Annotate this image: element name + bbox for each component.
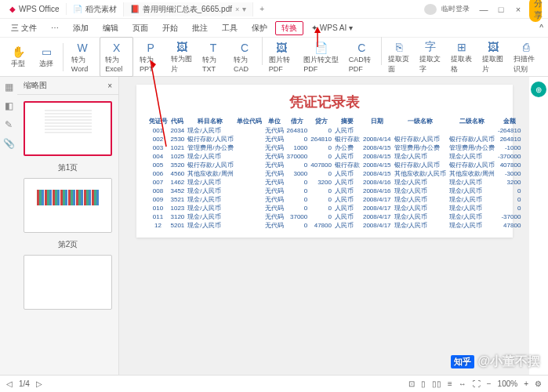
cell: 现金/人民币 bbox=[448, 221, 496, 230]
table-row: 0012034现金/人民币无代码2648100人民币-264810 bbox=[147, 126, 523, 135]
add-tab-button[interactable]: + bbox=[253, 3, 270, 15]
menu-collapse-icon[interactable]: ^ bbox=[539, 24, 543, 32]
col-header: 单位 bbox=[263, 116, 285, 126]
tool-提取表格[interactable]: ⊞提取表格 bbox=[448, 37, 476, 77]
menu-convert[interactable]: 转换 bbox=[275, 21, 303, 35]
tool-转为Excel[interactable]: X转为Excel bbox=[100, 37, 133, 77]
avatar[interactable] bbox=[424, 4, 437, 15]
menu-add[interactable]: 添加 bbox=[67, 21, 95, 35]
close-panel-icon[interactable]: × bbox=[107, 82, 112, 90]
tool-图片转文型PDF[interactable]: 📄图片转文型PDF bbox=[300, 37, 342, 77]
cell bbox=[235, 195, 263, 204]
tool-提取图片[interactable]: 🖼提取图片 bbox=[479, 37, 507, 77]
thumbnail-2[interactable] bbox=[24, 178, 112, 233]
cell: 0 bbox=[496, 204, 522, 212]
minimize-button[interactable]: — bbox=[477, 5, 490, 14]
cell: 0 bbox=[496, 187, 522, 195]
zoom-level[interactable]: 100% bbox=[498, 379, 518, 388]
tool-icon: X bbox=[110, 41, 124, 55]
edit-icon[interactable]: ✎ bbox=[5, 119, 13, 130]
tool-扫描件识别[interactable]: ⎙扫描件识别 bbox=[510, 37, 542, 77]
cell: 1023 bbox=[169, 204, 187, 212]
tab-1[interactable]: 📕 善用明细汇总表_6665.pdf × ▾ bbox=[124, 2, 254, 16]
cell: 现金/人民币 bbox=[186, 221, 234, 230]
tool-转为CAD[interactable]: C转为CAD bbox=[230, 37, 259, 77]
cell: 无代码 bbox=[263, 178, 285, 187]
tool-提取文字[interactable]: 字提取文字 bbox=[416, 37, 445, 77]
cell: 现金/人民币 bbox=[393, 152, 448, 161]
table-row: 0113120现金/人民币无代码370000人民币2008/4/17现金/人民币… bbox=[147, 212, 523, 221]
cell: 2008/4/16 bbox=[361, 187, 393, 195]
tool-icon: 🖼 bbox=[175, 40, 189, 54]
table-row: 0031021管理费用/办公费无代码10000办公费2008/4/15管理费用/… bbox=[147, 143, 523, 152]
user-name[interactable]: 临时登录 bbox=[441, 4, 473, 14]
cell bbox=[235, 135, 263, 143]
cell: 无代码 bbox=[263, 204, 285, 212]
page-indicator[interactable]: 1/4 bbox=[19, 379, 30, 388]
help-button[interactable]: ⊕ bbox=[531, 82, 546, 97]
cell: 47800 bbox=[496, 221, 522, 230]
cell: 010 bbox=[147, 204, 169, 212]
select-tool-button[interactable]: ▭选择 bbox=[34, 43, 58, 71]
tool-转为图片[interactable]: 🖼转为图片 bbox=[168, 37, 196, 77]
prev-page-icon[interactable]: ◁ bbox=[6, 379, 13, 388]
app-tab[interactable]: ◆ WPS Office bbox=[3, 3, 67, 15]
data-table: 凭证号代码科目名称单位代码单位借方贷方摘要日期一级名称二级名称金额 001203… bbox=[147, 116, 523, 230]
thumbnail-3[interactable] bbox=[24, 255, 112, 310]
view-continuous-icon[interactable]: ≡ bbox=[448, 379, 452, 388]
cell: -3000 bbox=[496, 169, 522, 178]
cell bbox=[393, 126, 448, 135]
maximize-button[interactable]: □ bbox=[495, 5, 507, 14]
tab-0[interactable]: 📄 稻壳素材 bbox=[67, 2, 124, 16]
settings-icon[interactable]: ⚙ bbox=[535, 379, 542, 388]
menu-more[interactable]: ⋯ bbox=[45, 22, 65, 34]
close-icon[interactable]: × bbox=[235, 5, 239, 13]
menu-file[interactable]: 三 文件 bbox=[5, 21, 43, 35]
fit-width-icon[interactable]: ↔ bbox=[459, 379, 466, 388]
hand-tool-button[interactable]: ✋手型 bbox=[6, 43, 30, 71]
cell: 3521 bbox=[169, 195, 187, 204]
next-page-icon[interactable]: ▷ bbox=[36, 379, 42, 388]
select-icon: ▭ bbox=[39, 45, 53, 59]
col-header: 一级名称 bbox=[393, 116, 448, 126]
menu-annotate[interactable]: 批注 bbox=[186, 21, 214, 35]
cell: 2530 bbox=[169, 135, 187, 143]
menu-start[interactable]: 开始 bbox=[156, 21, 184, 35]
menu-edit[interactable]: 编辑 bbox=[96, 21, 125, 35]
main-viewport[interactable]: 凭证记录表 凭证号代码科目名称单位代码单位借方贷方摘要日期一级名称二级名称金额 … bbox=[119, 77, 529, 375]
col-header: 借方 bbox=[285, 116, 310, 126]
menu-wps-ai[interactable]: ✦WPS AI▾ bbox=[305, 22, 359, 34]
thumbnail-icon[interactable]: ▦ bbox=[5, 82, 13, 93]
menu-page[interactable]: 页面 bbox=[126, 21, 154, 35]
cell: 现金/人民币 bbox=[186, 152, 234, 161]
tab-menu-icon[interactable]: ▾ bbox=[242, 5, 246, 13]
thumbnail-1[interactable] bbox=[24, 101, 112, 156]
zoom-out-button[interactable]: − bbox=[487, 379, 492, 388]
attachment-icon[interactable]: 📎 bbox=[3, 138, 15, 149]
view-mode-icon[interactable]: ⊡ bbox=[408, 379, 415, 388]
table-row: 0101023现金/人民币无代码00人民币2008/4/17现金/人民币现金/人… bbox=[147, 204, 523, 212]
menu-protect[interactable]: 保护 bbox=[245, 21, 274, 35]
cell: 3520 bbox=[169, 161, 187, 169]
zoom-in-button[interactable]: + bbox=[524, 379, 528, 388]
view-double-icon[interactable]: ▯▯ bbox=[432, 379, 441, 388]
tool-提取页面[interactable]: ⎘提取页面 bbox=[385, 37, 413, 77]
tool-图片转PDF[interactable]: 🖼图片转PDF bbox=[266, 37, 297, 77]
cell: 管理费用/办公费 bbox=[448, 143, 496, 152]
cell: 现金/人民币 bbox=[448, 178, 496, 187]
tool-转为PPT[interactable]: P转为PPT bbox=[136, 37, 165, 77]
view-single-icon[interactable]: ▯ bbox=[421, 379, 426, 388]
cell: 现金/人民币 bbox=[186, 212, 234, 221]
share-button[interactable]: 分享 bbox=[529, 0, 542, 22]
cell: 0 bbox=[309, 143, 333, 152]
separator bbox=[63, 43, 64, 71]
tool-转为TXT[interactable]: T转为TXT bbox=[199, 37, 227, 77]
tool-CAD转PDF[interactable]: CCAD转PDF bbox=[346, 37, 378, 77]
fullscreen-icon[interactable]: ⛶ bbox=[473, 379, 481, 388]
bookmark-icon[interactable]: ◧ bbox=[5, 100, 13, 111]
tool-icon: C bbox=[354, 41, 368, 55]
cell: 无代码 bbox=[263, 126, 285, 135]
tool-转为Word[interactable]: W转为Word bbox=[68, 37, 96, 77]
close-button[interactable]: × bbox=[512, 5, 524, 14]
menu-tools[interactable]: 工具 bbox=[216, 21, 244, 35]
